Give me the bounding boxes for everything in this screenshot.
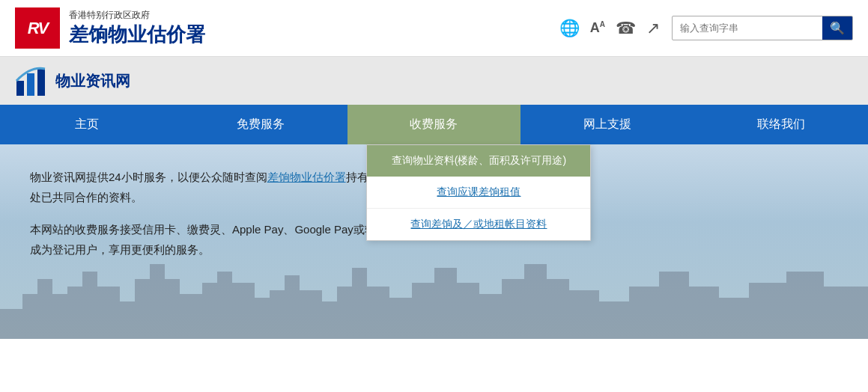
nav-item-free-services[interactable]: 免费服务 — [174, 105, 347, 144]
nav-item-online-support[interactable]: 网上支援 — [521, 105, 694, 144]
svg-rect-0 — [16, 81, 24, 96]
nav-label-free-services: 免费服务 — [237, 117, 285, 130]
font-size-icon[interactable]: AA — [590, 20, 605, 36]
svg-rect-2 — [37, 69, 45, 96]
search-button[interactable]: 🔍 — [822, 16, 852, 40]
logo-box: RV — [15, 7, 60, 49]
subheader-title: 物业资讯网 — [55, 71, 130, 91]
search-input[interactable] — [673, 18, 822, 38]
nav-label-paid-services: 收费服务 — [410, 117, 458, 130]
globe-icon[interactable]: 🌐 — [559, 19, 580, 38]
header-icons: 🌐 AA ☎ ↗ — [559, 19, 660, 38]
main-nav: 主页 免费服务 收费服务 查询物业资料(楼龄、面积及许可用途) 查询应课差饷租值… — [0, 105, 868, 144]
gov-subtitle: 香港特别行政区政府 — [69, 9, 205, 22]
site-title: 差饷物业估价署 — [69, 22, 205, 48]
share-icon[interactable]: ↗ — [646, 19, 660, 38]
nav-item-contact-us[interactable]: 联络我们 — [694, 105, 868, 144]
nav-label-home: 主页 — [75, 117, 99, 130]
svg-rect-1 — [27, 73, 34, 96]
sub-logo — [15, 66, 46, 96]
dropdown-item-rates-record[interactable]: 查询差饷及／或地租帐目资料 — [367, 209, 590, 240]
search-bar: 🔍 — [672, 16, 853, 40]
nav-label-contact-us: 联络我们 — [757, 117, 805, 130]
page-header: RV 香港特别行政区政府 差饷物业估价署 🌐 AA ☎ ↗ 🔍 — [0, 0, 868, 57]
dropdown-item-rateable[interactable]: 查询应课差饷租值 — [367, 177, 590, 209]
header-right: 🌐 AA ☎ ↗ 🔍 — [559, 16, 853, 40]
nav-item-home[interactable]: 主页 — [0, 105, 174, 144]
nav-label-online-support: 网上支援 — [583, 117, 631, 130]
sub-header: 物业资讯网 — [0, 57, 868, 105]
logo-rv-text: RV — [28, 19, 48, 38]
paid-services-dropdown: 查询物业资料(楼龄、面积及许可用途) 查询应课差饷租值 查询差饷及／或地租帐目资… — [366, 144, 591, 241]
city-silhouette — [0, 249, 868, 339]
link-rvd[interactable]: 差饷物业估价署 — [267, 171, 346, 183]
nav-item-paid-services[interactable]: 收费服务 查询物业资料(楼龄、面积及许可用途) 查询应课差饷租值 查询差饷及／或… — [347, 105, 521, 144]
header-left: RV 香港特别行政区政府 差饷物业估价署 — [15, 7, 205, 49]
header-title-block: 香港特别行政区政府 差饷物业估价署 — [69, 9, 205, 48]
accessibility-icon[interactable]: ☎ — [616, 19, 636, 38]
property-info-icon — [15, 66, 46, 96]
dropdown-header: 查询物业资料(楼龄、面积及许可用途) — [367, 145, 590, 177]
